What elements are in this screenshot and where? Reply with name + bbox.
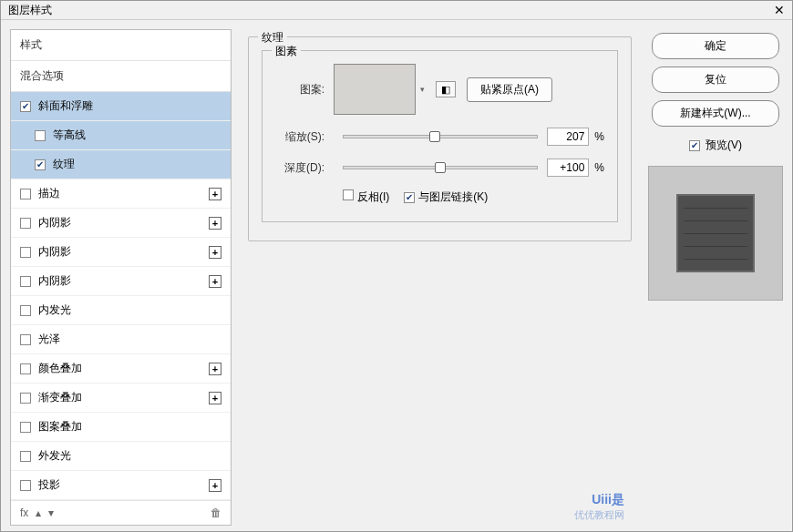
invert-checkbox[interactable]: 反相(I): [343, 189, 389, 205]
checkbox-icon[interactable]: [20, 422, 31, 433]
preview-box: [648, 166, 783, 301]
sidebar-item-label: 内发光: [38, 302, 71, 318]
sidebar-item-13[interactable]: 投影+: [11, 471, 231, 500]
scale-input[interactable]: [547, 128, 589, 146]
checkbox-icon[interactable]: [20, 218, 31, 229]
settings-panel: 纹理 图素 图案: ▾ ◧ 贴紧原点(A) 缩放(S): %: [248, 29, 632, 526]
add-effect-icon[interactable]: +: [209, 217, 221, 230]
styles-sidebar: 样式 混合选项 斜面和浮雕等高线纹理描边+内阴影+内阴影+内阴影+内发光光泽颜色…: [10, 29, 232, 526]
sidebar-item-label: 内阴影: [38, 273, 71, 289]
add-effect-icon[interactable]: +: [209, 275, 221, 288]
pattern-group-title: 图素: [272, 44, 301, 59]
sidebar-item-5[interactable]: 内阴影+: [11, 238, 231, 267]
checkbox-icon[interactable]: [35, 130, 46, 141]
snap-origin-button[interactable]: 贴紧原点(A): [467, 77, 552, 102]
add-effect-icon[interactable]: +: [209, 246, 221, 259]
sidebar-item-3[interactable]: 描边+: [11, 179, 231, 209]
styles-header[interactable]: 样式: [11, 30, 231, 61]
checkbox-icon[interactable]: [20, 247, 31, 258]
depth-input[interactable]: [547, 159, 589, 177]
dialog-title: 图层样式: [8, 3, 52, 18]
sidebar-item-label: 渐变叠加: [38, 390, 82, 405]
sidebar-item-0[interactable]: 斜面和浮雕: [11, 92, 231, 121]
checkbox-icon[interactable]: [20, 189, 31, 200]
depth-slider[interactable]: [343, 166, 538, 169]
scale-label: 缩放(S):: [275, 129, 324, 145]
sidebar-item-label: 等高线: [53, 128, 86, 143]
sidebar-item-2[interactable]: 纹理: [11, 150, 231, 179]
depth-unit: %: [594, 161, 604, 174]
sidebar-item-11[interactable]: 图案叠加: [11, 413, 231, 442]
preview-checkbox[interactable]: 预览(V): [689, 138, 742, 153]
trash-icon[interactable]: 🗑: [211, 506, 221, 519]
sidebar-item-12[interactable]: 外发光: [11, 442, 231, 471]
sidebar-item-label: 内阴影: [38, 215, 71, 230]
sidebar-item-label: 投影: [38, 477, 60, 493]
new-preset-icon[interactable]: ◧: [436, 81, 456, 97]
close-icon[interactable]: ✕: [774, 3, 785, 17]
sidebar-item-6[interactable]: 内阴影+: [11, 267, 231, 296]
add-effect-icon[interactable]: +: [209, 188, 221, 200]
sidebar-item-7[interactable]: 内发光: [11, 296, 231, 325]
preview-swatch: [676, 194, 755, 272]
reset-button[interactable]: 复位: [652, 66, 779, 93]
link-layer-checkbox[interactable]: 与图层链接(K): [404, 189, 488, 205]
add-effect-icon[interactable]: +: [209, 479, 221, 492]
blend-options-header[interactable]: 混合选项: [11, 61, 231, 92]
sidebar-item-10[interactable]: 渐变叠加+: [11, 384, 231, 413]
sidebar-item-9[interactable]: 颜色叠加+: [11, 354, 231, 384]
arrow-up-icon[interactable]: ▴: [36, 506, 41, 519]
scale-slider[interactable]: [343, 135, 538, 138]
ok-button[interactable]: 确定: [652, 33, 779, 59]
new-style-button[interactable]: 新建样式(W)...: [652, 100, 779, 127]
checkbox-icon[interactable]: [20, 101, 31, 112]
depth-label: 深度(D):: [275, 160, 324, 176]
checkbox-icon[interactable]: [20, 334, 31, 345]
checkbox-icon[interactable]: [20, 305, 31, 316]
scale-unit: %: [594, 130, 604, 143]
checkbox-icon[interactable]: [35, 159, 46, 170]
sidebar-item-label: 光泽: [38, 332, 60, 347]
add-effect-icon[interactable]: +: [209, 392, 221, 404]
add-effect-icon[interactable]: +: [209, 363, 221, 375]
fx-menu-icon[interactable]: fx: [20, 506, 28, 519]
sidebar-footer: fx ▴ ▾ 🗑: [11, 500, 231, 525]
checkbox-icon[interactable]: [20, 451, 31, 462]
sidebar-item-label: 内阴影: [38, 244, 71, 260]
sidebar-item-label: 描边: [38, 186, 60, 201]
sidebar-item-label: 颜色叠加: [38, 361, 82, 376]
checkbox-icon[interactable]: [20, 363, 31, 374]
arrow-down-icon[interactable]: ▾: [48, 506, 54, 519]
sidebar-item-1[interactable]: 等高线: [11, 121, 231, 150]
action-panel: 确定 复位 新建样式(W)... 预览(V): [648, 29, 783, 526]
watermark: Uiii是优优教程网: [574, 492, 624, 522]
checkbox-icon[interactable]: [20, 393, 31, 404]
checkbox-icon[interactable]: [20, 276, 31, 287]
sidebar-item-4[interactable]: 内阴影+: [11, 209, 231, 238]
pattern-dropdown-icon[interactable]: ▾: [416, 85, 428, 94]
pattern-label: 图案:: [275, 82, 324, 97]
sidebar-item-label: 斜面和浮雕: [38, 98, 93, 114]
pattern-swatch[interactable]: [334, 64, 416, 115]
sidebar-item-label: 纹理: [53, 157, 75, 172]
sidebar-item-label: 图案叠加: [38, 419, 82, 435]
checkbox-icon[interactable]: [20, 480, 31, 491]
sidebar-item-8[interactable]: 光泽: [11, 325, 231, 354]
sidebar-item-label: 外发光: [38, 448, 71, 464]
